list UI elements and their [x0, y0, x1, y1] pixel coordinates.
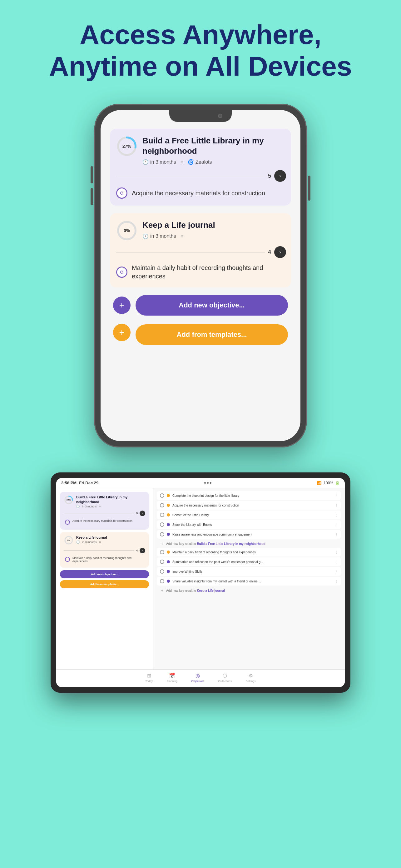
kr-item-7: Improve Writing Skills ⋮ [157, 567, 341, 576]
kr-icon-inner-journal [120, 271, 123, 274]
t-obj-meta-library: 🕐 in 3 months ≡ [76, 505, 145, 508]
t-timeline-library: in 3 months [82, 505, 97, 508]
objective-meta-journal: 🕐 in 3 months ≡ [142, 234, 285, 239]
kr-group-library: Complete the blueprint design for the li… [157, 491, 341, 548]
divider-line-library [116, 176, 265, 176]
kr-label-3: Stock the Library with Books [172, 523, 332, 526]
objective-header-journal: 0% Keep a Life journal 🕐 in 3 months ≡ [110, 213, 291, 246]
status-right: 📶 100% 🔋 [317, 481, 340, 485]
kr-item-6: Summarize and reflect on the past week's… [157, 557, 341, 566]
kr-item-1: Acquire the necessary materials for cons… [157, 501, 341, 509]
t-obj-title-journal: Keep a Life journal [76, 535, 107, 539]
list-icon-journal: ≡ [180, 234, 183, 239]
objective-title-library: Build a Free Little Library in my neighb… [142, 135, 285, 156]
tablet-bottom-bar: ⊞ Today 📅 Planning ◎ Objectives ⬡ Collec… [56, 669, 345, 687]
kr-drag-1: ⋮ [335, 504, 338, 507]
t-circle-library: 27% [64, 495, 74, 505]
group-icon: 🌀 [188, 159, 194, 165]
battery-icon: 🔋 [335, 481, 340, 485]
status-date-text: Fri Dec 29 [79, 480, 98, 485]
status-time-text: 3:58 PM [61, 480, 76, 485]
t-list-icon-journal: ≡ [99, 540, 101, 544]
kr-label-5: Maintain a daily habit of recording thou… [172, 551, 332, 554]
progress-label-library: 27% [123, 144, 131, 149]
add-kr-plus-2: + [160, 588, 164, 593]
t-add-objective-btn[interactable]: Add new objective... [60, 570, 149, 578]
kr-dot-4 [160, 532, 164, 536]
hero-title: Access Anywhere, Anytime on All Devices [0, 0, 401, 97]
tab-collections[interactable]: ⬡ Collections [211, 673, 239, 683]
kr-icon-inner-library [120, 191, 123, 195]
tab-today-label: Today [145, 680, 153, 683]
status-dots [204, 482, 211, 484]
tab-settings-label: Settings [245, 680, 256, 683]
kr-count-library: 5 [268, 173, 271, 179]
add-objective-circle-btn[interactable]: + [113, 297, 131, 314]
tab-objectives[interactable]: ◎ Objectives [184, 673, 211, 683]
add-kr-row-2[interactable]: + Add new key result to Keep a Life jour… [157, 587, 341, 595]
kr-dot-6 [160, 560, 164, 564]
timeline-label-journal: in 3 months [150, 234, 176, 239]
kr-label-4: Raise awareness and encourage community … [172, 533, 332, 536]
add-objective-btn[interactable]: Add new objective... [136, 295, 288, 316]
progress-circle-library: 27% [116, 135, 137, 157]
kr-item-4: Raise awareness and encourage community … [157, 530, 341, 539]
kr-color-3 [167, 523, 170, 526]
t-kr-count-library: 5 [136, 512, 138, 515]
kr-item-8: Share valuable insights from my journal … [157, 577, 341, 586]
progress-label-journal: 0% [124, 228, 130, 233]
t-arrow-journal[interactable]: › [140, 548, 145, 553]
kr-label-7: Improve Writing Skills [172, 570, 332, 574]
tab-planning-label: Planning [166, 680, 177, 683]
t-kr-icon-library [65, 520, 70, 525]
kr-dot-8 [160, 579, 164, 583]
kr-item-3: Stock the Library with Books ⋮ [157, 520, 341, 529]
kr-drag-5: ⋮ [335, 551, 338, 554]
t-kr-count-journal: 4 [136, 549, 138, 552]
kr-dot-2 [160, 513, 164, 517]
key-result-journal: Maintain a daily habit of recording thou… [110, 258, 291, 287]
add-kr-text-2: Add new key result to Keep a Life journa… [166, 589, 225, 592]
dot1 [204, 482, 206, 484]
tab-objectives-label: Objectives [191, 680, 204, 683]
t-add-template-btn[interactable]: Add from templates... [60, 580, 149, 588]
tab-planning[interactable]: 📅 Planning [160, 673, 184, 683]
meta-list-library: ≡ [180, 159, 183, 165]
kr-item-0: Complete the blueprint design for the li… [157, 491, 341, 500]
t-divider-library: 5 › [64, 510, 145, 516]
t-divider-line-journal [64, 550, 134, 551]
phone-camera [218, 114, 222, 118]
expand-arrow-library[interactable]: › [274, 170, 286, 182]
divider-library: 5 › [110, 170, 291, 182]
t-arrow-library[interactable]: › [140, 510, 145, 516]
kr-label-6: Summarize and reflect on the past week's… [172, 560, 332, 564]
t-kr-library: Acquire the necessary materials for cons… [64, 518, 145, 526]
kr-label-8: Share valuable insights from my journal … [172, 580, 332, 583]
add-kr-row-1[interactable]: + Add new key result to Build a Free Lit… [157, 539, 341, 548]
t-obj-header-library: 27% Build a Free Little Library in my ne… [64, 495, 145, 508]
t-circle-label-journal: 0% [67, 539, 70, 541]
t-kr-text-journal: Maintain a daily habit of recording thou… [72, 556, 144, 563]
add-template-circle-btn[interactable]: + [113, 324, 131, 341]
objective-card-journal: 0% Keep a Life journal 🕐 in 3 months ≡ [110, 213, 291, 287]
t-kr-icon-journal [65, 557, 70, 562]
divider-journal: 4 › [110, 246, 291, 258]
kr-text-journal: Maintain a daily habit of recording thou… [132, 264, 285, 281]
tab-settings[interactable]: ⚙ Settings [239, 673, 263, 683]
settings-icon: ⚙ [248, 673, 253, 679]
add-template-btn[interactable]: Add from templates... [136, 324, 288, 345]
kr-item-5: Maintain a daily habit of recording thou… [157, 548, 341, 556]
objective-info-journal: Keep a Life journal 🕐 in 3 months ≡ [142, 220, 285, 239]
t-divider-line-library [64, 513, 134, 514]
t-circle-label-library: 27% [67, 499, 71, 501]
t-kr-journal: Maintain a daily habit of recording thou… [64, 555, 145, 565]
t-obj-meta-journal: 🕐 in 3 months ≡ [76, 540, 107, 544]
kr-color-4 [167, 533, 170, 536]
divider-line-journal [116, 252, 265, 252]
t-objective-journal: 0% Keep a Life journal 🕐 in 3 months ≡ [60, 532, 149, 568]
tab-today[interactable]: ⊞ Today [138, 673, 160, 683]
expand-arrow-journal[interactable]: › [274, 246, 286, 258]
kr-drag-7: ⋮ [335, 570, 338, 574]
tablet-right-panel: Complete the blueprint design for the li… [153, 488, 345, 669]
objective-title-journal: Keep a Life journal [142, 220, 285, 230]
